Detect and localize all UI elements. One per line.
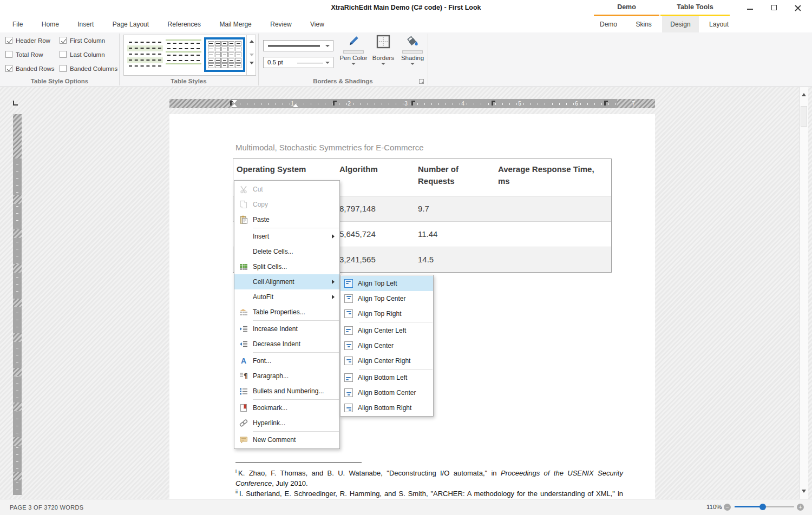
maximize-button[interactable] xyxy=(769,3,780,13)
menu-item-cell-alignment[interactable]: Cell Alignment xyxy=(234,274,339,289)
table-cell[interactable]: 14.5 xyxy=(415,247,495,272)
line-style-combobox[interactable] xyxy=(263,40,333,51)
cell-indent-marker[interactable] xyxy=(293,104,298,107)
tab-layout[interactable]: Layout xyxy=(701,16,737,32)
hanging-indent-marker[interactable] xyxy=(232,104,237,107)
checkbox-banded-columns[interactable]: Banded Columns xyxy=(60,65,117,72)
tab-file[interactable]: File xyxy=(4,16,31,32)
table-column-marker[interactable] xyxy=(492,101,495,105)
menu-item-paste[interactable]: Paste xyxy=(234,212,339,227)
shading-button[interactable]: Shading xyxy=(397,35,428,65)
menu-item-autofit[interactable]: AutoFit xyxy=(234,289,339,305)
checkbox-last-column[interactable]: Last Column xyxy=(60,51,105,58)
ruler-row-band xyxy=(13,229,22,238)
zoom-slider[interactable] xyxy=(735,506,794,507)
menu-item-font[interactable]: A Font... xyxy=(234,353,339,368)
tab-view[interactable]: View xyxy=(302,16,332,32)
pen-color-button[interactable]: Pen Color xyxy=(338,35,369,65)
menu-item-paragraph[interactable]: ¶ Paragraph... xyxy=(234,368,339,384)
menu-item-new-comment[interactable]: New Comment xyxy=(234,432,339,447)
menu-item-cut[interactable]: Cut xyxy=(234,182,339,197)
zoom-in-button[interactable]: + xyxy=(797,504,804,511)
maximize-icon xyxy=(771,5,777,10)
banded-rows-checkbox-icon xyxy=(5,65,12,72)
line-weight-combobox[interactable]: 0.5 pt xyxy=(263,57,333,68)
tab-references[interactable]: References xyxy=(160,16,209,32)
tab-skins[interactable]: Skins xyxy=(627,16,659,32)
menu-item-bookmark[interactable]: Bookmark... xyxy=(234,400,339,415)
vertical-scrollbar[interactable] xyxy=(799,87,808,499)
header-cell[interactable]: Algorithm xyxy=(336,159,415,196)
header-cell[interactable]: Number of Requests xyxy=(415,159,495,196)
gallery-more-button[interactable] xyxy=(247,61,256,74)
table-column-marker[interactable] xyxy=(604,101,608,105)
submenu-item-align-bottom-left[interactable]: Align Bottom Left xyxy=(340,370,433,385)
checkbox-total-row[interactable]: Total Row xyxy=(5,51,43,58)
table-cell[interactable]: 3,241,565 xyxy=(336,247,415,272)
zoom-slider-thumb[interactable] xyxy=(759,504,766,510)
gallery-scroll-up-button[interactable] xyxy=(247,35,256,48)
table-column-marker[interactable] xyxy=(333,101,337,105)
tab-mail-merge[interactable]: Mail Merge xyxy=(211,16,259,32)
table-cell[interactable]: 11.44 xyxy=(415,222,495,247)
menu-item-insert[interactable]: Insert xyxy=(234,229,339,244)
line-weight-preview xyxy=(297,63,323,64)
header-cell[interactable]: Average Response Time, ms xyxy=(495,159,611,196)
scroll-up-icon[interactable] xyxy=(802,93,806,96)
submenu-item-align-top-right[interactable]: Align Top Right xyxy=(340,306,433,321)
table-cell[interactable]: 8,797,148 xyxy=(336,196,415,221)
word-count[interactable]: 720 WORDS xyxy=(48,504,83,511)
chevron-down-icon xyxy=(410,63,415,65)
borders-button[interactable]: Borders xyxy=(370,35,397,65)
tab-home[interactable]: Home xyxy=(34,16,67,32)
table-column-marker[interactable] xyxy=(411,101,415,105)
checkbox-first-column[interactable]: First Column xyxy=(60,37,105,44)
zoom-out-button[interactable]: − xyxy=(724,504,731,511)
submenu-item-align-center[interactable]: Align Center xyxy=(340,338,433,353)
tab-demo[interactable]: Demo xyxy=(592,16,625,32)
table-style-tile-3-selected[interactable] xyxy=(204,37,245,72)
tab-insert[interactable]: Insert xyxy=(69,16,102,32)
gallery-scroll-down-button[interactable] xyxy=(247,48,256,61)
scrollbar-thumb[interactable] xyxy=(801,106,807,127)
menu-item-split-cells[interactable]: Split Cells... xyxy=(234,259,339,274)
menu-item-hyperlink[interactable]: Hyperlink... xyxy=(234,415,339,431)
zoom-slider-fill xyxy=(735,506,763,507)
dialog-launcher-button[interactable] xyxy=(419,79,424,84)
font-icon: A xyxy=(234,356,253,365)
submenu-item-align-center-left[interactable]: Align Center Left xyxy=(340,323,433,338)
submenu-item-align-bottom-right[interactable]: Align Bottom Right xyxy=(340,400,433,415)
submenu-item-align-center-right[interactable]: Align Center Right xyxy=(340,353,433,368)
group-separator xyxy=(428,34,428,85)
submenu-item-align-bottom-center[interactable]: Align Bottom Center xyxy=(340,385,433,400)
vertical-ruler[interactable] xyxy=(13,114,22,495)
table-style-tile-2[interactable] xyxy=(166,39,201,70)
context-group-demo[interactable]: Demo xyxy=(594,3,659,11)
tab-stop-selector[interactable] xyxy=(12,100,18,106)
horizontal-ruler[interactable]: 1 2 3 4 5 6 7 xyxy=(169,99,655,108)
table-cell[interactable]: 5,645,724 xyxy=(336,222,415,247)
menu-item-bullets-numbering[interactable]: Bullets and Numbering... xyxy=(234,384,339,399)
minimize-button[interactable] xyxy=(745,3,756,13)
header-row-checkbox-icon xyxy=(5,37,12,44)
table-style-tile-1[interactable] xyxy=(127,39,163,70)
scroll-down-icon[interactable] xyxy=(802,490,806,493)
tab-review[interactable]: Review xyxy=(262,16,299,32)
page-indicator[interactable]: PAGE 3 OF 3 xyxy=(10,504,48,511)
menu-item-decrease-indent[interactable]: Decrease Indent xyxy=(234,336,339,352)
checkbox-banded-rows[interactable]: Banded Rows xyxy=(5,65,55,72)
menu-item-table-properties[interactable]: Table Properties... xyxy=(234,305,339,320)
menu-item-increase-indent[interactable]: Increase Indent xyxy=(234,321,339,336)
close-button[interactable] xyxy=(793,3,803,13)
table-cell[interactable]: 9.7 xyxy=(415,196,495,221)
context-group-table-tools[interactable]: Table Tools xyxy=(660,3,730,11)
menu-item-delete-cells[interactable]: Delete Cells... xyxy=(234,244,339,259)
checkbox-header-row[interactable]: Header Row xyxy=(5,37,50,44)
submenu-item-align-top-left[interactable]: Align Top Left xyxy=(340,276,433,291)
first-line-indent-marker[interactable] xyxy=(232,100,237,103)
submenu-item-align-top-center[interactable]: Align Top Center xyxy=(340,291,433,306)
tab-design[interactable]: Design xyxy=(662,16,698,32)
group-label-borders-shadings: Borders & Shadings xyxy=(258,78,428,84)
menu-item-copy[interactable]: Copy xyxy=(234,197,339,212)
tab-page-layout[interactable]: Page Layout xyxy=(104,16,157,32)
